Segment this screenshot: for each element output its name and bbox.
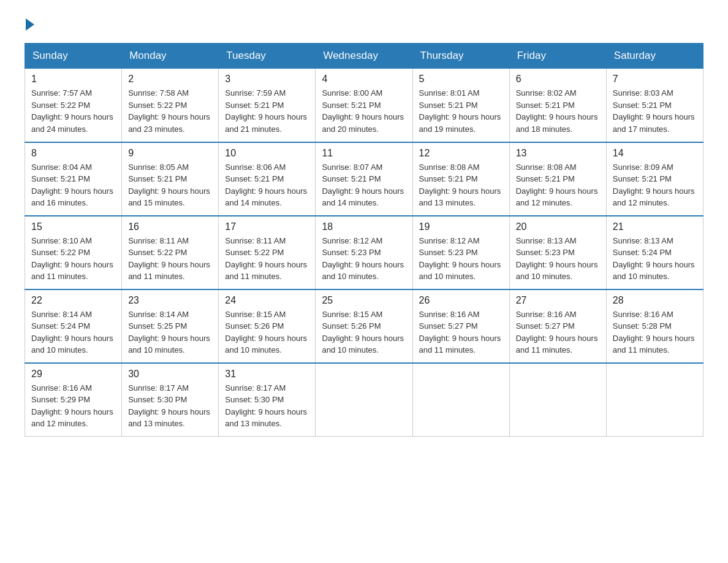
day-number: 25 — [322, 295, 406, 306]
day-info: Sunrise: 8:06 AMSunset: 5:21 PMDaylight:… — [225, 161, 309, 209]
day-number: 20 — [516, 221, 600, 232]
calendar-header-row: SundayMondayTuesdayWednesdayThursdayFrid… — [25, 44, 703, 69]
day-info: Sunrise: 8:07 AMSunset: 5:21 PMDaylight:… — [322, 161, 406, 209]
day-number: 13 — [516, 148, 600, 159]
day-info: Sunrise: 8:16 AMSunset: 5:27 PMDaylight:… — [419, 308, 503, 356]
calendar-cell: 6 Sunrise: 8:02 AMSunset: 5:21 PMDayligh… — [509, 69, 606, 142]
logo-triangle-icon — [26, 18, 34, 31]
calendar-cell: 23 Sunrise: 8:14 AMSunset: 5:25 PMDaylig… — [122, 289, 219, 363]
calendar-cell: 12 Sunrise: 8:08 AMSunset: 5:21 PMDaylig… — [412, 142, 509, 216]
day-info: Sunrise: 8:17 AMSunset: 5:30 PMDaylight:… — [225, 382, 309, 430]
day-info: Sunrise: 8:16 AMSunset: 5:29 PMDaylight:… — [31, 382, 115, 430]
calendar-cell: 22 Sunrise: 8:14 AMSunset: 5:24 PMDaylig… — [25, 289, 122, 363]
day-number: 21 — [613, 221, 697, 232]
column-header-wednesday: Wednesday — [316, 44, 412, 69]
calendar-cell — [509, 363, 606, 437]
day-number: 3 — [225, 74, 309, 85]
day-number: 19 — [419, 221, 503, 232]
day-info: Sunrise: 8:08 AMSunset: 5:21 PMDaylight:… — [419, 161, 503, 209]
calendar-cell: 3 Sunrise: 7:59 AMSunset: 5:21 PMDayligh… — [219, 69, 316, 142]
day-number: 15 — [31, 221, 115, 232]
column-header-tuesday: Tuesday — [219, 44, 316, 69]
calendar-week-row: 1 Sunrise: 7:57 AMSunset: 5:22 PMDayligh… — [25, 69, 703, 142]
day-info: Sunrise: 8:04 AMSunset: 5:21 PMDaylight:… — [31, 161, 115, 209]
calendar-week-row: 29 Sunrise: 8:16 AMSunset: 5:29 PMDaylig… — [25, 363, 703, 437]
calendar-cell: 26 Sunrise: 8:16 AMSunset: 5:27 PMDaylig… — [412, 289, 509, 363]
day-number: 14 — [613, 148, 697, 159]
calendar-cell: 21 Sunrise: 8:13 AMSunset: 5:24 PMDaylig… — [606, 216, 703, 289]
day-number: 6 — [516, 74, 600, 85]
calendar-week-row: 15 Sunrise: 8:10 AMSunset: 5:22 PMDaylig… — [25, 216, 703, 289]
calendar-cell: 10 Sunrise: 8:06 AMSunset: 5:21 PMDaylig… — [219, 142, 316, 216]
calendar-week-row: 8 Sunrise: 8:04 AMSunset: 5:21 PMDayligh… — [25, 142, 703, 216]
day-number: 16 — [128, 221, 212, 232]
day-info: Sunrise: 8:10 AMSunset: 5:22 PMDaylight:… — [31, 235, 115, 283]
day-info: Sunrise: 8:03 AMSunset: 5:21 PMDaylight:… — [613, 87, 697, 135]
calendar-cell: 15 Sunrise: 8:10 AMSunset: 5:22 PMDaylig… — [25, 216, 122, 289]
calendar-cell: 7 Sunrise: 8:03 AMSunset: 5:21 PMDayligh… — [606, 69, 703, 142]
day-info: Sunrise: 8:16 AMSunset: 5:28 PMDaylight:… — [613, 308, 697, 356]
day-info: Sunrise: 8:13 AMSunset: 5:24 PMDaylight:… — [613, 235, 697, 283]
day-number: 23 — [128, 295, 212, 306]
calendar-cell: 4 Sunrise: 8:00 AMSunset: 5:21 PMDayligh… — [316, 69, 412, 142]
calendar-cell — [606, 363, 703, 437]
day-info: Sunrise: 8:11 AMSunset: 5:22 PMDaylight:… — [128, 235, 212, 283]
day-info: Sunrise: 7:57 AMSunset: 5:22 PMDaylight:… — [31, 87, 115, 135]
day-info: Sunrise: 8:12 AMSunset: 5:23 PMDaylight:… — [322, 235, 406, 283]
calendar-cell: 24 Sunrise: 8:15 AMSunset: 5:26 PMDaylig… — [219, 289, 316, 363]
day-info: Sunrise: 8:14 AMSunset: 5:24 PMDaylight:… — [31, 308, 115, 356]
day-info: Sunrise: 8:02 AMSunset: 5:21 PMDaylight:… — [516, 87, 600, 135]
day-number: 1 — [31, 74, 115, 85]
day-number: 29 — [31, 369, 115, 380]
day-number: 11 — [322, 148, 406, 159]
day-info: Sunrise: 8:14 AMSunset: 5:25 PMDaylight:… — [128, 308, 212, 356]
calendar-cell: 29 Sunrise: 8:16 AMSunset: 5:29 PMDaylig… — [25, 363, 122, 437]
calendar-cell: 8 Sunrise: 8:04 AMSunset: 5:21 PMDayligh… — [25, 142, 122, 216]
calendar-cell: 30 Sunrise: 8:17 AMSunset: 5:30 PMDaylig… — [122, 363, 219, 437]
calendar-week-row: 22 Sunrise: 8:14 AMSunset: 5:24 PMDaylig… — [25, 289, 703, 363]
calendar-table: SundayMondayTuesdayWednesdayThursdayFrid… — [25, 43, 703, 437]
day-number: 28 — [613, 295, 697, 306]
day-number: 30 — [128, 369, 212, 380]
day-number: 12 — [419, 148, 503, 159]
day-number: 17 — [225, 221, 309, 232]
calendar-cell: 25 Sunrise: 8:15 AMSunset: 5:26 PMDaylig… — [316, 289, 412, 363]
day-info: Sunrise: 8:15 AMSunset: 5:26 PMDaylight:… — [225, 308, 309, 356]
column-header-saturday: Saturday — [606, 44, 703, 69]
day-number: 5 — [419, 74, 503, 85]
day-info: Sunrise: 7:59 AMSunset: 5:21 PMDaylight:… — [225, 87, 309, 135]
day-number: 24 — [225, 295, 309, 306]
day-number: 31 — [225, 369, 309, 380]
day-info: Sunrise: 8:15 AMSunset: 5:26 PMDaylight:… — [322, 308, 406, 356]
day-number: 27 — [516, 295, 600, 306]
day-number: 26 — [419, 295, 503, 306]
logo-text — [25, 18, 36, 31]
calendar-cell — [412, 363, 509, 437]
day-info: Sunrise: 8:09 AMSunset: 5:21 PMDaylight:… — [613, 161, 697, 209]
day-info: Sunrise: 8:16 AMSunset: 5:27 PMDaylight:… — [516, 308, 600, 356]
column-header-sunday: Sunday — [25, 44, 122, 69]
calendar-cell: 27 Sunrise: 8:16 AMSunset: 5:27 PMDaylig… — [509, 289, 606, 363]
calendar-cell: 11 Sunrise: 8:07 AMSunset: 5:21 PMDaylig… — [316, 142, 412, 216]
day-info: Sunrise: 8:13 AMSunset: 5:23 PMDaylight:… — [516, 235, 600, 283]
column-header-thursday: Thursday — [412, 44, 509, 69]
calendar-cell: 13 Sunrise: 8:08 AMSunset: 5:21 PMDaylig… — [509, 142, 606, 216]
day-number: 10 — [225, 148, 309, 159]
day-info: Sunrise: 8:00 AMSunset: 5:21 PMDaylight:… — [322, 87, 406, 135]
day-number: 22 — [31, 295, 115, 306]
day-number: 9 — [128, 148, 212, 159]
day-number: 2 — [128, 74, 212, 85]
calendar-cell: 2 Sunrise: 7:58 AMSunset: 5:22 PMDayligh… — [122, 69, 219, 142]
calendar-cell: 18 Sunrise: 8:12 AMSunset: 5:23 PMDaylig… — [316, 216, 412, 289]
logo — [25, 18, 36, 31]
calendar-cell: 20 Sunrise: 8:13 AMSunset: 5:23 PMDaylig… — [509, 216, 606, 289]
day-number: 7 — [613, 74, 697, 85]
calendar-cell: 16 Sunrise: 8:11 AMSunset: 5:22 PMDaylig… — [122, 216, 219, 289]
calendar-cell: 9 Sunrise: 8:05 AMSunset: 5:21 PMDayligh… — [122, 142, 219, 216]
day-info: Sunrise: 8:08 AMSunset: 5:21 PMDaylight:… — [516, 161, 600, 209]
calendar-cell: 19 Sunrise: 8:12 AMSunset: 5:23 PMDaylig… — [412, 216, 509, 289]
day-info: Sunrise: 8:05 AMSunset: 5:21 PMDaylight:… — [128, 161, 212, 209]
calendar-cell: 5 Sunrise: 8:01 AMSunset: 5:21 PMDayligh… — [412, 69, 509, 142]
day-info: Sunrise: 8:17 AMSunset: 5:30 PMDaylight:… — [128, 382, 212, 430]
day-info: Sunrise: 8:11 AMSunset: 5:22 PMDaylight:… — [225, 235, 309, 283]
